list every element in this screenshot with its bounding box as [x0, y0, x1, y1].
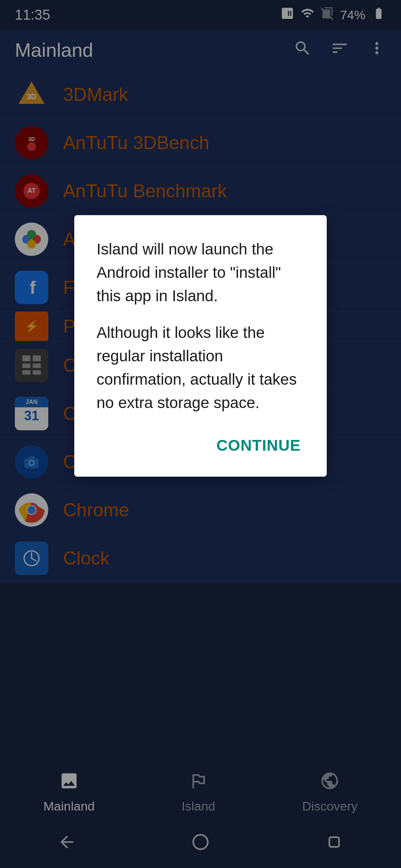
- continue-button[interactable]: CONTINUE: [213, 429, 304, 462]
- dialog: Island will now launch the Android insta…: [74, 215, 327, 477]
- dialog-overlay: Island will now launch the Android insta…: [0, 0, 401, 868]
- dialog-message-2: Although it looks like the regular insta…: [97, 321, 304, 414]
- dialog-actions: CONTINUE: [97, 429, 304, 462]
- dialog-message-1: Island will now launch the Android insta…: [97, 237, 304, 308]
- dialog-text: Island will now launch the Android insta…: [97, 237, 304, 414]
